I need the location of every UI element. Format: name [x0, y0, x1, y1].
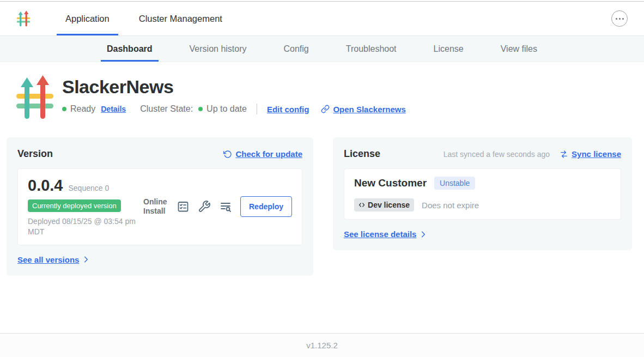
sequence-label: Sequence 0 [69, 184, 110, 192]
see-license-details-label: See license details [344, 229, 416, 239]
tab-cluster-management-label: Cluster Management [139, 14, 222, 24]
license-details-panel: New Customer Unstable Dev license Does n… [344, 168, 621, 220]
license-type-row: Dev license Does not expire [354, 198, 611, 211]
more-menu-button[interactable] [611, 10, 628, 27]
sync-license-link[interactable]: Sync license [560, 149, 621, 159]
open-slackernews-link[interactable]: Open Slackernews [321, 105, 405, 114]
release-notes-icon[interactable] [177, 200, 190, 213]
license-type-badge: Dev license [354, 198, 414, 211]
app-status-row: Ready Details Cluster State: Up to date … [62, 104, 406, 114]
chevron-right-icon [82, 256, 90, 263]
refresh-icon [223, 150, 232, 159]
tab-application[interactable]: Application [57, 2, 118, 35]
license-card-title: License [344, 148, 380, 160]
version-number-row: 0.0.4 Sequence 0 [28, 177, 143, 195]
subnav-troubleshoot-label: Troubleshoot [346, 44, 397, 54]
check-for-update-link[interactable]: Check for update [223, 149, 302, 159]
deployed-status-badge: Currently deployed version [28, 199, 121, 212]
install-type-label: Online Install [143, 197, 168, 216]
license-card-header: License Last synced a few seconds ago Sy… [344, 148, 621, 160]
product-logo-icon [16, 10, 31, 27]
code-brackets-icon [359, 202, 365, 208]
console-footer: v1.125.2 [0, 333, 644, 357]
top-navbar: Application Cluster Management [0, 2, 644, 36]
current-version-panel: 0.0.4 Sequence 0 Currently deployed vers… [17, 168, 302, 245]
subnav-item-config[interactable]: Config [265, 36, 327, 62]
sync-arrows-icon [560, 150, 568, 159]
subnav-license-label: License [434, 44, 464, 54]
subnav-item-dashboard[interactable]: Dashboard [88, 36, 171, 62]
deployed-timestamp: Deployed 08/15/25 @ 03:54 pm MDT [28, 216, 143, 237]
license-expiration-text: Does not expire [422, 201, 479, 210]
sync-license-label: Sync license [572, 149, 621, 159]
chevron-right-icon [420, 231, 427, 238]
app-logo-icon [15, 75, 54, 119]
page-title: SlackerNews [62, 76, 406, 98]
cluster-state-value: Up to date [206, 104, 247, 114]
license-customer-row: New Customer Unstable [354, 177, 611, 190]
subnav-item-version-history[interactable]: Version history [171, 36, 265, 62]
subnav-version-history-label: Version history [190, 44, 247, 54]
primary-tabs: Application Cluster Management [57, 2, 243, 35]
deploy-logs-icon[interactable] [219, 200, 232, 213]
subnav-view-files-label: View files [501, 44, 537, 54]
edit-config-link[interactable]: Edit config [267, 105, 309, 114]
customer-name: New Customer [354, 177, 427, 189]
see-all-versions-label: See all versions [17, 255, 79, 264]
app-subnav: Dashboard Version history Config Trouble… [0, 36, 644, 62]
subnav-item-license[interactable]: License [415, 36, 482, 62]
tab-application-label: Application [65, 14, 110, 24]
version-card-title: Version [17, 148, 53, 160]
cluster-state-dot-icon [198, 107, 203, 111]
redeploy-button[interactable]: Redeploy [240, 196, 292, 217]
subnav-dashboard-label: Dashboard [107, 44, 153, 54]
version-info: 0.0.4 Sequence 0 Currently deployed vers… [28, 177, 143, 237]
version-number: 0.0.4 [28, 177, 63, 195]
open-slackernews-label: Open Slackernews [333, 105, 405, 114]
version-card: Version Check for update 0.0.4 Sequence … [7, 137, 313, 276]
see-license-details-link[interactable]: See license details [344, 229, 427, 239]
subnav-config-label: Config [284, 44, 309, 54]
console-version-label: v1.125.2 [306, 341, 338, 350]
dashboard-cards: Version Check for update 0.0.4 Sequence … [7, 137, 632, 276]
check-for-update-label: Check for update [235, 149, 302, 159]
last-synced-text: Last synced a few seconds ago [443, 150, 550, 159]
license-type-label: Dev license [368, 201, 410, 209]
divider [257, 104, 257, 114]
app-header: SlackerNews Ready Details Cluster State:… [15, 75, 632, 119]
version-actions: Online Install Redeploy [143, 196, 292, 217]
license-card: License Last synced a few seconds ago Sy… [333, 137, 632, 250]
details-link[interactable]: Details [101, 105, 126, 113]
dashboard-main: SlackerNews Ready Details Cluster State:… [0, 62, 644, 276]
subnav-item-view-files[interactable]: View files [482, 36, 556, 62]
external-link-icon [321, 105, 330, 113]
subnav-item-troubleshoot[interactable]: Troubleshoot [327, 36, 415, 62]
version-card-header: Version Check for update [17, 148, 302, 160]
channel-badge: Unstable [434, 177, 475, 190]
tab-cluster-management[interactable]: Cluster Management [130, 2, 231, 35]
app-status-text: Ready [70, 104, 95, 114]
ellipsis-icon [616, 18, 617, 20]
see-all-versions-link[interactable]: See all versions [17, 255, 90, 264]
config-wrench-icon[interactable] [198, 200, 211, 213]
app-header-text: SlackerNews Ready Details Cluster State:… [62, 75, 406, 119]
ready-status-dot-icon [62, 107, 66, 111]
cluster-state-label: Cluster State: [140, 104, 193, 114]
